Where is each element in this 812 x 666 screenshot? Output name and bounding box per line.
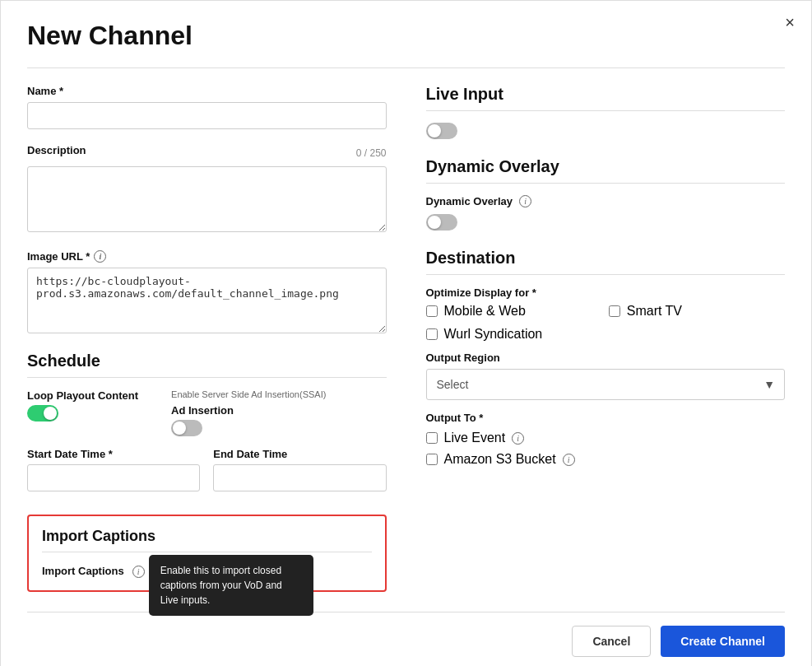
description-header: Description 0 / 250 xyxy=(27,144,387,161)
import-captions-divider xyxy=(42,552,372,552)
loop-playout-toggle[interactable] xyxy=(27,405,58,421)
live-input-toggle[interactable] xyxy=(426,123,457,139)
live-input-section: Live Input xyxy=(426,85,786,142)
amazon-s3-label: Amazon S3 Bucket xyxy=(444,452,556,467)
close-button[interactable]: × xyxy=(785,14,795,30)
dynamic-overlay-label: Dynamic Overlay xyxy=(426,195,513,207)
live-input-title: Live Input xyxy=(426,85,786,104)
output-to-group: Output To * Live Event i Amazon S3 Bucke… xyxy=(426,412,786,467)
live-input-thumb xyxy=(428,124,441,137)
amazon-s3-checkbox-row: Amazon S3 Bucket i xyxy=(426,452,786,467)
description-field-group: Description 0 / 250 xyxy=(27,144,387,235)
ad-insertion-toggle-group: Enable Server Side Ad Insertion(SSAI) Ad… xyxy=(171,389,326,436)
end-datetime-label: End Date Time xyxy=(213,448,386,460)
output-region-select-wrapper: Select ▼ xyxy=(426,369,786,400)
modal: × New Channel Name * Description 0 / 250 xyxy=(0,0,812,666)
name-label: Name * xyxy=(27,85,387,97)
schedule-divider xyxy=(27,377,387,378)
destination-title: Destination xyxy=(426,249,786,268)
live-input-divider xyxy=(426,110,786,111)
ad-insertion-label: Ad Insertion xyxy=(171,404,326,417)
start-datetime-label: Start Date Time * xyxy=(27,448,200,460)
dynamic-overlay-divider xyxy=(426,183,786,184)
char-count: 0 / 250 xyxy=(356,147,387,159)
output-region-select[interactable]: Select xyxy=(426,369,786,400)
output-to-checkboxes: Live Event i Amazon S3 Bucket i xyxy=(426,431,786,467)
page-title: New Channel xyxy=(27,21,785,51)
image-url-info-icon[interactable]: i xyxy=(94,250,106,263)
wurl-checkbox[interactable] xyxy=(426,328,438,340)
import-captions-row: Import Captions i Enable this to import … xyxy=(42,562,372,579)
schedule-title: Schedule xyxy=(27,352,387,370)
import-captions-section: Import Captions Import Captions i Enable… xyxy=(27,515,387,592)
output-to-label: Output To * xyxy=(426,412,786,424)
name-field-group: Name * xyxy=(27,85,387,129)
live-input-track xyxy=(426,123,457,139)
schedule-section: Schedule Loop Playout Content xyxy=(27,352,387,491)
destination-divider xyxy=(426,274,786,275)
output-region-group: Output Region Select ▼ xyxy=(426,352,786,400)
end-datetime-input[interactable] xyxy=(213,464,386,491)
create-channel-button[interactable]: Create Channel xyxy=(661,626,785,657)
optimize-display-label: Optimize Display for * xyxy=(426,286,786,299)
smart-tv-checkbox[interactable] xyxy=(609,305,620,317)
right-column: Live Input Dynamic Overlay Dynamic Overl… xyxy=(426,85,786,592)
destination-section: Destination Optimize Display for * Mobil… xyxy=(426,249,786,478)
ad-insertion-toggle[interactable] xyxy=(171,420,202,436)
import-captions-info-icon[interactable]: i xyxy=(132,566,145,578)
modal-footer: Cancel Create Channel xyxy=(27,612,785,657)
content-grid: Name * Description 0 / 250 Image URL * i… xyxy=(27,85,785,592)
schedule-toggles-row: Loop Playout Content Enable Server Side … xyxy=(27,389,387,436)
output-region-label: Output Region xyxy=(426,352,786,364)
left-column: Name * Description 0 / 250 Image URL * i… xyxy=(27,85,387,592)
dynamic-overlay-thumb xyxy=(428,216,441,229)
start-datetime-group: Start Date Time * xyxy=(27,448,200,491)
smart-tv-checkbox-row: Smart TV xyxy=(609,304,785,319)
image-url-field-group: Image URL * i https://bc-cloudplayout-pr… xyxy=(27,250,387,337)
description-label: Description xyxy=(27,144,86,156)
ad-insertion-track xyxy=(171,420,202,436)
live-event-info-icon[interactable]: i xyxy=(512,432,524,445)
image-url-label: Image URL * i xyxy=(27,250,387,263)
datetime-row: Start Date Time * End Date Time xyxy=(27,448,387,491)
live-event-checkbox[interactable] xyxy=(426,432,438,444)
import-captions-label: Import Captions xyxy=(42,565,124,577)
dynamic-overlay-row: Dynamic Overlay i xyxy=(426,195,786,207)
description-input[interactable] xyxy=(27,166,387,232)
image-url-input[interactable]: https://bc-cloudplayout-prod.s3.amazonaw… xyxy=(27,268,387,333)
cancel-button[interactable]: Cancel xyxy=(572,626,651,657)
live-event-checkbox-row: Live Event i xyxy=(426,431,786,445)
import-captions-info-container: i Enable this to import closed captions … xyxy=(132,563,145,578)
end-datetime-group: End Date Time xyxy=(213,448,386,491)
import-captions-title: Import Captions xyxy=(42,528,372,545)
mobile-web-checkbox[interactable] xyxy=(426,305,438,317)
optimize-checkboxes: Mobile & Web Smart TV xyxy=(426,304,786,319)
dynamic-overlay-section: Dynamic Overlay Dynamic Overlay i xyxy=(426,157,786,234)
dynamic-overlay-title: Dynamic Overlay xyxy=(426,157,786,176)
amazon-s3-checkbox[interactable] xyxy=(426,454,438,465)
mobile-web-checkbox-row: Mobile & Web xyxy=(426,304,602,319)
ssai-sublabel: Enable Server Side Ad Insertion(SSAI) xyxy=(171,389,326,399)
title-divider xyxy=(27,68,785,68)
start-datetime-input[interactable] xyxy=(27,464,200,491)
import-captions-tooltip: Enable this to import closed captions fr… xyxy=(149,555,313,616)
optimize-display-group: Optimize Display for * Mobile & Web Smar… xyxy=(426,286,786,342)
live-event-label: Live Event xyxy=(444,431,506,445)
dynamic-overlay-track xyxy=(426,214,457,231)
loop-playout-thumb xyxy=(44,407,57,420)
loop-playout-track xyxy=(27,405,58,421)
loop-playout-toggle-group: Loop Playout Content xyxy=(27,389,138,436)
ad-insertion-thumb xyxy=(173,421,186,435)
mobile-web-label: Mobile & Web xyxy=(444,304,526,319)
smart-tv-label: Smart TV xyxy=(627,304,682,319)
wurl-label: Wurl Syndication xyxy=(444,327,543,342)
wurl-checkbox-row: Wurl Syndication xyxy=(426,327,786,342)
loop-playout-label: Loop Playout Content xyxy=(27,389,138,402)
dynamic-overlay-info-icon[interactable]: i xyxy=(519,195,531,207)
name-input[interactable] xyxy=(27,102,387,129)
amazon-s3-info-icon[interactable]: i xyxy=(563,454,575,466)
dynamic-overlay-toggle[interactable] xyxy=(426,214,457,231)
